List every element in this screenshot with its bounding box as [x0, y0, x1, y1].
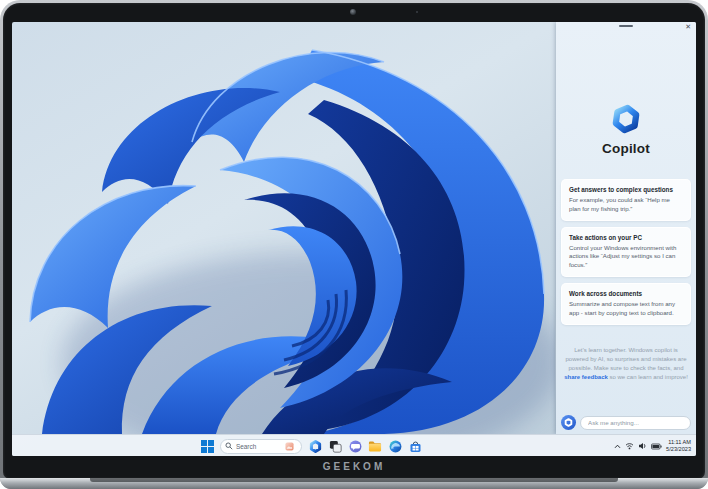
microphone-dot — [416, 11, 418, 13]
laptop-body: ✕ Copilot Get answers to complex questio… — [0, 0, 708, 489]
clock-time: 11:11 AM — [666, 439, 691, 446]
card-body: Summarize and compose text from any app … — [569, 300, 683, 318]
tray-clock[interactable]: 11:11 AM 5/23/2023 — [666, 439, 691, 454]
copilot-cards: Get answers to complex questions For exa… — [561, 179, 691, 325]
webcam — [350, 9, 356, 15]
search-icon — [225, 442, 233, 450]
copilot-card: Take actions on your PC Control your Win… — [561, 227, 691, 277]
taskbar: 11:11 AM 5/23/2023 — [12, 434, 696, 456]
copilot-card: Work across documents Summarize and comp… — [561, 283, 691, 325]
task-view-button[interactable] — [328, 439, 342, 453]
hinge-notch — [90, 478, 618, 482]
disclaimer-text: so we can learn and improve! — [608, 374, 688, 380]
edge-icon — [389, 440, 402, 453]
desktop-wallpaper — [12, 22, 555, 434]
copilot-input-row — [561, 415, 691, 430]
taskbar-copilot-button[interactable] — [308, 439, 322, 453]
product-photo: ✕ Copilot Get answers to complex questio… — [0, 0, 708, 489]
card-title: Take actions on your PC — [569, 234, 683, 241]
taskbar-center-group — [200, 435, 422, 456]
laptop-base — [0, 478, 708, 489]
card-title: Get answers to complex questions — [569, 186, 683, 193]
card-title: Work across documents — [569, 290, 683, 297]
chat-button[interactable] — [348, 439, 362, 453]
edge-button[interactable] — [388, 439, 402, 453]
chat-icon — [349, 440, 362, 453]
copilot-logo-icon — [611, 104, 641, 134]
tray-chevron-up-icon[interactable] — [614, 444, 621, 449]
file-explorer-icon — [368, 440, 382, 453]
close-icon[interactable]: ✕ — [685, 22, 691, 32]
store-button[interactable] — [408, 439, 422, 453]
bloom-artwork — [12, 22, 555, 434]
display: ✕ Copilot Get answers to complex questio… — [12, 22, 696, 456]
system-tray: 11:11 AM 5/23/2023 — [614, 435, 691, 456]
panel-drag-handle[interactable] — [619, 25, 633, 27]
copilot-card: Get answers to complex questions For exa… — [561, 179, 691, 221]
speaker-icon[interactable] — [638, 442, 647, 450]
start-button[interactable] — [200, 439, 214, 453]
copilot-mini-icon — [564, 418, 573, 427]
card-body: Control your Windows environment with ac… — [569, 244, 683, 270]
wifi-icon[interactable] — [625, 442, 634, 450]
taskbar-search-box[interactable] — [220, 439, 302, 454]
search-highlights-icon — [285, 442, 294, 451]
copilot-taskbar-icon — [309, 440, 322, 453]
search-input[interactable] — [236, 443, 282, 450]
clock-date: 5/23/2023 — [666, 446, 691, 453]
file-explorer-button[interactable] — [368, 439, 382, 453]
task-view-icon — [329, 440, 342, 453]
share-feedback-link[interactable]: share feedback — [564, 374, 608, 380]
brand-logo-text: GEEKOM — [0, 461, 708, 472]
battery-icon[interactable] — [651, 443, 662, 450]
copilot-ask-input[interactable] — [580, 416, 691, 430]
disclaimer-text: Let’s learn together. Windows copilot is… — [565, 347, 686, 371]
card-body: For example, you could ask “Help me plan… — [569, 196, 683, 214]
store-icon — [409, 440, 422, 453]
windows-logo-icon — [201, 440, 214, 453]
copilot-title: Copilot — [556, 141, 696, 156]
copilot-submit-button[interactable] — [561, 415, 576, 430]
copilot-panel: ✕ Copilot Get answers to complex questio… — [556, 22, 696, 434]
copilot-disclaimer: Let’s learn together. Windows copilot is… — [564, 346, 688, 382]
